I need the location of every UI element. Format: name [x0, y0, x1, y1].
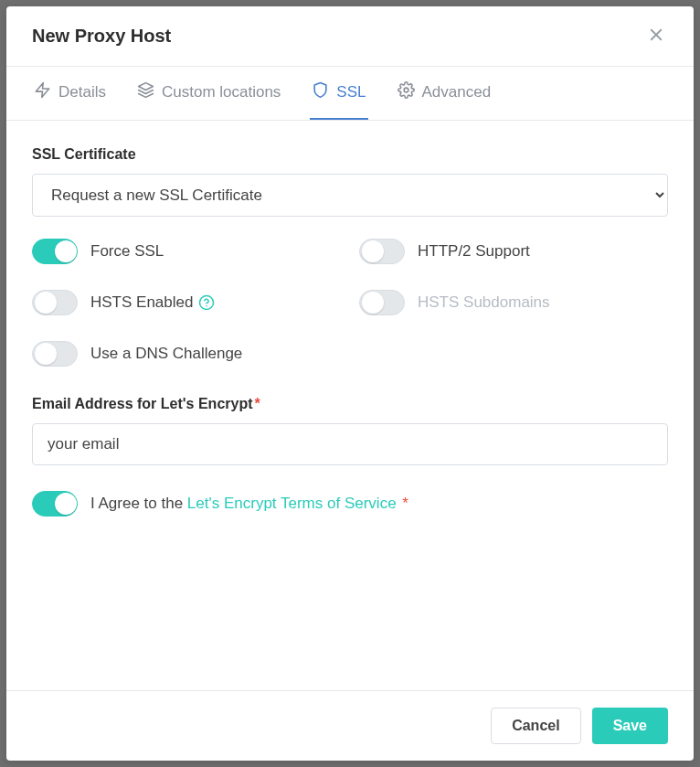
- hsts-label: HSTS Enabled: [90, 293, 215, 312]
- hsts-row: HSTS Enabled: [32, 290, 341, 315]
- tab-label: Custom locations: [162, 83, 281, 101]
- save-button[interactable]: Save: [592, 708, 668, 744]
- shield-icon: [312, 81, 329, 103]
- required-marker: *: [398, 495, 408, 512]
- agree-toggle[interactable]: [32, 491, 78, 517]
- svg-marker-2: [139, 83, 154, 91]
- email-label-text: Email Address for Let's Encrypt: [32, 396, 253, 411]
- email-label: Email Address for Let's Encrypt*: [32, 396, 668, 412]
- agree-row: I Agree to the Let's Encrypt Terms of Se…: [32, 491, 668, 517]
- ssl-certificate-group: SSL Certificate Request a new SSL Certif…: [32, 146, 668, 217]
- tab-label: SSL: [336, 83, 366, 101]
- ssl-certificate-select[interactable]: Request a new SSL Certificate: [32, 174, 668, 217]
- agree-prefix: I Agree to the: [90, 495, 187, 512]
- dns-challenge-toggle[interactable]: [32, 341, 78, 367]
- http2-toggle[interactable]: [359, 239, 405, 264]
- email-field[interactable]: [32, 423, 668, 465]
- required-marker: *: [255, 396, 260, 411]
- close-icon: [648, 27, 664, 46]
- modal-body: SSL Certificate Request a new SSL Certif…: [6, 121, 694, 690]
- svg-point-3: [404, 88, 408, 92]
- hsts-subdomains-toggle: [359, 290, 405, 315]
- tab-label: Details: [58, 83, 106, 101]
- http2-label: HTTP/2 Support: [418, 242, 530, 261]
- hsts-subdomains-label: HSTS Subdomains: [418, 293, 550, 312]
- new-proxy-host-modal: New Proxy Host Details Custom locations …: [6, 6, 694, 761]
- agree-text: I Agree to the Let's Encrypt Terms of Se…: [90, 495, 408, 513]
- tab-ssl[interactable]: SSL: [310, 67, 367, 120]
- switch-grid: Force SSL HTTP/2 Support HSTS Enabled: [32, 239, 668, 367]
- modal-title: New Proxy Host: [32, 26, 171, 47]
- close-button[interactable]: [644, 23, 668, 49]
- layers-icon: [137, 81, 154, 103]
- tab-custom-locations[interactable]: Custom locations: [135, 67, 282, 120]
- dns-challenge-label: Use a DNS Challenge: [90, 345, 242, 363]
- cancel-button[interactable]: Cancel: [491, 708, 580, 744]
- gear-icon: [398, 81, 415, 103]
- force-ssl-row: Force SSL: [32, 239, 341, 264]
- tab-label: Advanced: [422, 83, 492, 101]
- terms-link[interactable]: Let's Encrypt Terms of Service: [187, 495, 397, 512]
- dns-challenge-row: Use a DNS Challenge: [32, 341, 341, 367]
- help-icon[interactable]: [198, 294, 215, 311]
- tab-advanced[interactable]: Advanced: [396, 67, 493, 120]
- hsts-toggle[interactable]: [32, 290, 78, 315]
- modal-footer: Cancel Save: [6, 690, 694, 761]
- tabs: Details Custom locations SSL Advanced: [6, 67, 694, 121]
- force-ssl-label: Force SSL: [90, 242, 164, 261]
- http2-row: HTTP/2 Support: [359, 239, 668, 264]
- modal-header: New Proxy Host: [6, 6, 694, 67]
- lightning-icon: [34, 81, 51, 103]
- email-group: Email Address for Let's Encrypt*: [32, 396, 668, 465]
- hsts-subdomains-row: HSTS Subdomains: [359, 290, 668, 315]
- tab-details[interactable]: Details: [32, 67, 108, 120]
- ssl-certificate-label: SSL Certificate: [32, 146, 668, 163]
- force-ssl-toggle[interactable]: [32, 239, 78, 264]
- hsts-label-text: HSTS Enabled: [90, 293, 193, 312]
